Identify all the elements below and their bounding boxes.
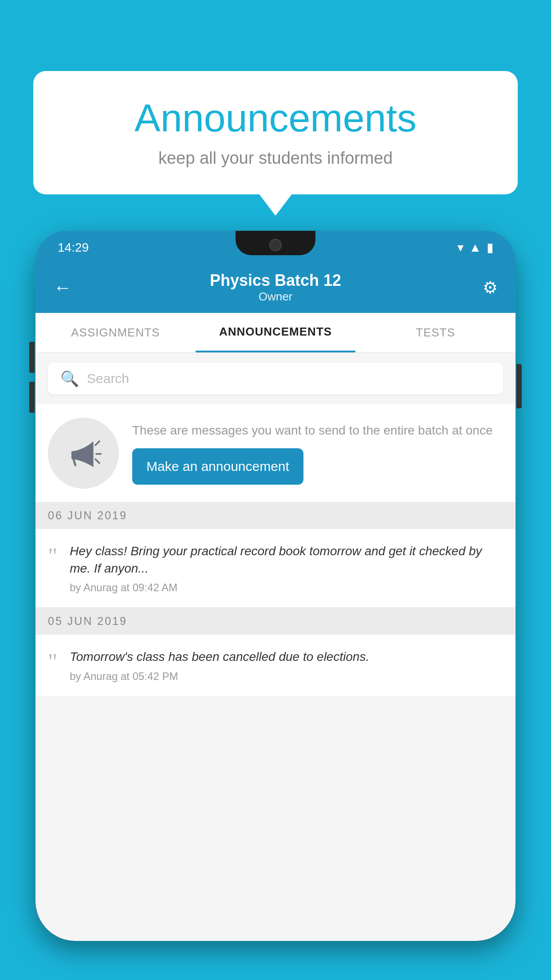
app-bar-title: Physics Batch 12 [80, 271, 471, 290]
speech-bubble-card: Announcements keep all your students inf… [33, 71, 518, 194]
phone-notch [236, 231, 315, 255]
phone-wrapper: 14:29 ▾ ▲ ▮ ← Physics Batch 12 Owner ⚙ A… [35, 231, 516, 980]
make-announcement-button[interactable]: Make an announcement [132, 448, 303, 485]
bubble-title: Announcements [69, 95, 482, 141]
battery-icon: ▮ [487, 240, 493, 255]
signal-icon: ▲ [469, 241, 481, 255]
tabs-bar: ASSIGNMENTS ANNOUNCEMENTS TESTS [35, 313, 516, 353]
announcement-content-2: Tomorrow's class has been cancelled due … [70, 648, 503, 682]
back-button[interactable]: ← [53, 277, 80, 298]
announcement-text-1: Hey class! Bring your practical record b… [70, 542, 503, 577]
announcement-text-2: Tomorrow's class has been cancelled due … [70, 648, 503, 665]
status-time: 14:29 [58, 238, 89, 255]
tab-announcements[interactable]: ANNOUNCEMENTS [196, 313, 356, 352]
announcement-item-2[interactable]: " Tomorrow's class has been cancelled du… [35, 635, 516, 696]
megaphone-icon [63, 433, 103, 473]
app-bar-subtitle: Owner [80, 290, 471, 304]
tab-assignments[interactable]: ASSIGNMENTS [35, 313, 196, 352]
svg-line-4 [95, 459, 99, 463]
quote-icon-2: " [48, 651, 57, 674]
app-bar: ← Physics Batch 12 Owner ⚙ [35, 262, 516, 313]
search-icon: 🔍 [60, 370, 79, 387]
promo-right: These are messages you want to send to t… [132, 422, 503, 484]
settings-button[interactable]: ⚙ [471, 278, 498, 297]
announcement-content-1: Hey class! Bring your practical record b… [70, 542, 503, 594]
announcement-icon-circle [48, 418, 119, 489]
announcement-item-1[interactable]: " Hey class! Bring your practical record… [35, 529, 516, 608]
phone-camera [269, 239, 282, 251]
volume-up-button [29, 342, 35, 373]
announcement-author-1: by Anurag at 09:42 AM [70, 581, 503, 594]
date-separator-1: 06 JUN 2019 [35, 502, 516, 529]
status-icons: ▾ ▲ ▮ [457, 238, 493, 255]
promo-description: These are messages you want to send to t… [132, 422, 503, 439]
power-button [516, 364, 522, 408]
quote-icon-1: " [48, 545, 57, 568]
wifi-icon: ▾ [457, 240, 464, 255]
svg-line-2 [95, 441, 99, 445]
tab-tests[interactable]: TESTS [355, 313, 516, 352]
date-separator-2: 05 JUN 2019 [35, 608, 516, 635]
promo-section: These are messages you want to send to t… [35, 404, 516, 502]
search-bar[interactable]: 🔍 Search [48, 363, 503, 395]
content-area: 🔍 Search These are me [35, 353, 516, 941]
svg-rect-0 [71, 451, 75, 459]
bubble-subtitle: keep all your students informed [69, 149, 482, 168]
svg-line-1 [74, 459, 76, 466]
speech-bubble-section: Announcements keep all your students inf… [33, 71, 518, 194]
app-bar-title-section: Physics Batch 12 Owner [80, 271, 471, 304]
volume-down-button [29, 382, 35, 413]
phone-frame: 14:29 ▾ ▲ ▮ ← Physics Batch 12 Owner ⚙ A… [35, 231, 516, 941]
announcement-author-2: by Anurag at 05:42 PM [70, 670, 503, 683]
search-input[interactable]: Search [87, 371, 129, 386]
